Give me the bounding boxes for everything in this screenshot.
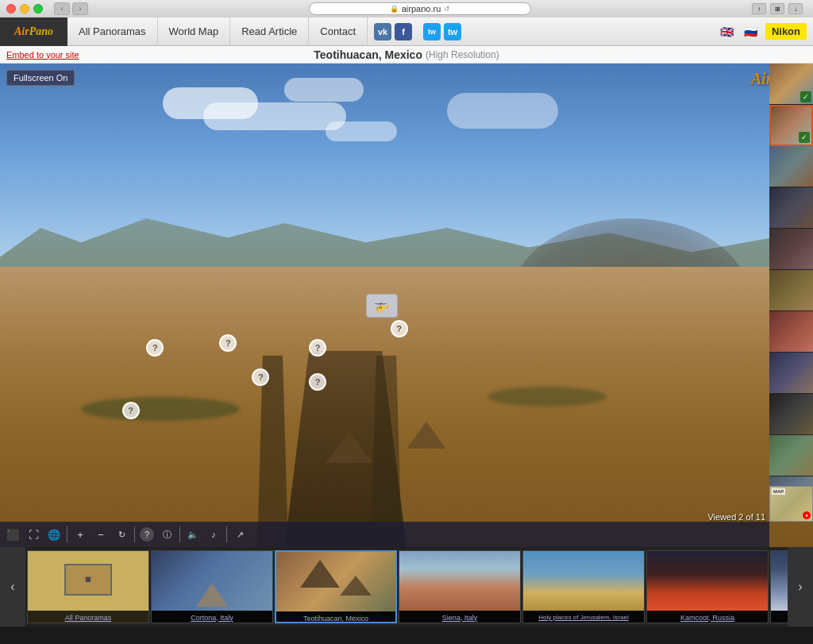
thumbnail-8[interactable] bbox=[769, 353, 813, 394]
filmstrip-thumb-2 bbox=[276, 552, 395, 611]
tool-help[interactable]: ? bbox=[140, 527, 154, 542]
filmstrip-caption-4[interactable]: Holy places of Jerusalem, Israel bbox=[523, 611, 644, 623]
toolbar-divider-1 bbox=[67, 526, 67, 542]
nav-right: 🇬🇧 🇷🇺 Nikon bbox=[711, 23, 813, 40]
toolbar-divider-4 bbox=[226, 526, 227, 542]
window-right-controls: ↑ ⊞ ↓ bbox=[752, 3, 803, 14]
toolbar-divider-3 bbox=[179, 526, 180, 542]
site-logo[interactable]: AirPano bbox=[0, 17, 67, 46]
thumbnail-2[interactable]: ✓ bbox=[769, 105, 813, 146]
filmstrip-item-4[interactable]: Holy places of Jerusalem, Israel bbox=[522, 550, 645, 623]
cloud-2 bbox=[203, 102, 346, 130]
twitter-icon-1[interactable]: tw bbox=[423, 23, 441, 40]
thumbnail-7[interactable] bbox=[769, 311, 813, 353]
filmstrip-thumb-3 bbox=[399, 551, 520, 611]
download-button[interactable]: ↓ bbox=[788, 3, 803, 14]
thumb-check-2: ✓ bbox=[799, 132, 810, 143]
facebook-icon[interactable]: f bbox=[395, 23, 412, 40]
minimize-button[interactable] bbox=[20, 4, 29, 13]
filmstrip-thumb-6 bbox=[771, 551, 788, 611]
map-thumbnail[interactable]: MAP ● bbox=[769, 486, 813, 522]
address-bar-container: 🔒 airpano.ru ↺ bbox=[93, 2, 747, 15]
maximize-button[interactable] bbox=[33, 4, 43, 13]
twitter-icon-2[interactable]: tw bbox=[444, 23, 461, 40]
social-links: vk f tw tw bbox=[368, 23, 468, 40]
filmstrip-thumb-4 bbox=[523, 551, 644, 611]
russian-flag[interactable]: 🇷🇺 bbox=[742, 25, 761, 38]
page-title: Teotihuacan, Mexico bbox=[314, 48, 422, 61]
address-bar[interactable]: 🔒 airpano.ru ↺ bbox=[309, 2, 531, 15]
tool-info[interactable]: ⓘ bbox=[159, 526, 175, 542]
filmstrip-thumb-5 bbox=[647, 551, 768, 611]
panorama-viewer[interactable]: Fullscreen On AirPano 🚁 ? ? ? ? ? ? ? ✓ … bbox=[0, 64, 813, 547]
vk-icon[interactable]: vk bbox=[374, 23, 391, 40]
panorama-scene bbox=[0, 64, 813, 547]
tool-zoom-out[interactable]: − bbox=[93, 526, 109, 542]
bottom-toolbar: ⬛ ⛶ 🌐 + − ↻ ? ⓘ 🔈 ♪ ↗ bbox=[0, 522, 769, 547]
embed-link[interactable]: Embed to your site bbox=[6, 50, 79, 60]
filmstrip-item-6[interactable]: Vienna, Austria bbox=[770, 550, 788, 623]
filmstrip-next[interactable]: › bbox=[788, 547, 813, 627]
filmstrip-item-3[interactable]: Siena, Italy bbox=[399, 550, 521, 623]
hotspot-5[interactable]: ? bbox=[309, 373, 326, 391]
thumbnail-10[interactable] bbox=[769, 435, 813, 476]
forward-button[interactable]: › bbox=[72, 2, 88, 15]
filmstrip-caption-6[interactable]: Vienna, Austria bbox=[771, 611, 788, 623]
hotspot-6[interactable]: ? bbox=[391, 320, 408, 337]
nav-links: All Panoramas World Map Read Article Con… bbox=[67, 17, 368, 46]
window-chrome: ‹ › 🔒 airpano.ru ↺ ↑ ⊞ ↓ bbox=[0, 0, 813, 17]
helicopter-icon[interactable]: 🚁 bbox=[366, 294, 398, 318]
viewed-label: Viewed 2 of 11 bbox=[707, 512, 765, 522]
english-flag[interactable]: 🇬🇧 bbox=[718, 25, 737, 38]
nav-all-panoramas[interactable]: All Panoramas bbox=[67, 17, 158, 46]
page-subtitle: (High Resolution) bbox=[426, 49, 499, 60]
thumbnail-5[interactable] bbox=[769, 229, 813, 270]
hotspot-7[interactable]: ? bbox=[122, 402, 140, 419]
browser-nav-buttons: ‹ › bbox=[54, 2, 88, 15]
thumbnail-4[interactable] bbox=[769, 187, 813, 229]
filmstrip-all-caption[interactable]: All Panoramas bbox=[28, 611, 148, 623]
filmstrip-caption-3[interactable]: Siena, Italy bbox=[399, 611, 520, 623]
tool-audio[interactable]: 🔈 bbox=[185, 526, 201, 542]
toolbar-divider-2 bbox=[134, 526, 135, 542]
thumbnail-3[interactable] bbox=[769, 146, 813, 187]
cloud-4 bbox=[447, 93, 558, 129]
nav-world-map[interactable]: World Map bbox=[158, 17, 231, 46]
nav-read-article[interactable]: Read Article bbox=[230, 17, 309, 46]
window-controls bbox=[6, 4, 43, 13]
filmstrip-caption-5[interactable]: Kamcoot, Russia bbox=[647, 611, 768, 623]
tool-music[interactable]: ♪ bbox=[206, 526, 222, 542]
filmstrip-prev[interactable]: ‹ bbox=[0, 547, 25, 627]
share-button[interactable]: ↑ bbox=[752, 3, 766, 14]
tool-share[interactable]: ↗ bbox=[232, 526, 248, 542]
tool-zoom-in[interactable]: + bbox=[72, 526, 88, 542]
map-label: MAP bbox=[772, 488, 785, 495]
url-text: airpano.ru bbox=[402, 4, 441, 13]
tool-fullscreen[interactable]: ⛶ bbox=[25, 526, 41, 542]
tab-button[interactable]: ⊞ bbox=[770, 3, 784, 14]
filmstrip-item-5[interactable]: Kamcoot, Russia bbox=[646, 550, 769, 623]
filmstrip-caption-1[interactable]: Cortona, Italy bbox=[152, 611, 272, 623]
filmstrip-thumb-1 bbox=[152, 551, 272, 611]
thumbnail-9[interactable] bbox=[769, 394, 813, 435]
filmstrip-item-1[interactable]: Cortona, Italy bbox=[151, 550, 273, 623]
tool-rotate[interactable]: ↻ bbox=[114, 526, 129, 542]
tool-globe[interactable]: 🌐 bbox=[46, 526, 62, 542]
filmstrip-item-all[interactable]: ▦ All Panoramas bbox=[27, 550, 149, 623]
filmstrip-item-2[interactable]: Teotihuacan, Mexico bbox=[275, 550, 397, 623]
close-button[interactable] bbox=[6, 4, 16, 13]
thumbnail-strip: ✓ ✓ bbox=[769, 64, 813, 547]
filmstrip-all-inner: ▦ bbox=[28, 551, 148, 611]
back-button[interactable]: ‹ bbox=[54, 2, 70, 15]
nikon-logo: Nikon bbox=[765, 23, 807, 40]
thumbnail-1[interactable]: ✓ bbox=[769, 64, 813, 105]
filmstrip-items: ▦ All Panoramas Cortona, Italy Teotih bbox=[25, 547, 788, 627]
thumbnail-6[interactable] bbox=[769, 270, 813, 311]
hotspot-4[interactable]: ? bbox=[252, 368, 269, 386]
fullscreen-button[interactable]: Fullscreen On bbox=[6, 70, 75, 86]
nav-bar: AirPano All Panoramas World Map Read Art… bbox=[0, 17, 813, 46]
nav-contact[interactable]: Contact bbox=[309, 17, 368, 46]
filmstrip-caption-2[interactable]: Teotihuacan, Mexico bbox=[276, 611, 395, 623]
thumb-check-1: ✓ bbox=[800, 91, 811, 102]
tool-expand[interactable]: ⬛ bbox=[5, 526, 21, 542]
